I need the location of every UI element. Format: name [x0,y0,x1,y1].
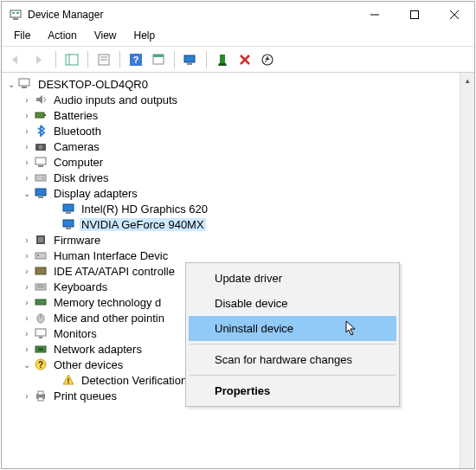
ide-icon [33,264,48,278]
chevron-right-icon[interactable]: › [21,344,33,354]
maximize-button[interactable] [395,2,434,28]
uninstall-button[interactable] [235,49,255,70]
chevron-right-icon[interactable]: › [21,298,33,307]
warning-icon: ! [61,373,76,387]
chevron-right-icon[interactable]: › [21,158,33,167]
chevron-right-icon[interactable]: › [21,329,33,338]
window-title: Device Manager [28,9,355,21]
chevron-right-icon[interactable]: › [21,95,33,105]
svg-rect-29 [35,158,46,164]
chevron-right-icon[interactable]: › [21,313,33,323]
ctx-separator [190,344,396,344]
memory-icon [33,295,48,309]
tree-root[interactable]: ⌄ DESKTOP-OLD4QR0 [2,76,460,92]
svg-rect-50 [35,329,46,336]
computer-icon [17,77,33,91]
titlebar: Device Manager [2,2,474,28]
camera-icon [33,139,48,153]
svg-rect-2 [12,12,15,14]
tree-item-computer[interactable]: ›Computer [2,154,460,170]
ctx-scan-hardware[interactable]: Scan for hardware changes [189,347,396,372]
node-label: Intel(R) HD Graphics 620 [80,203,209,216]
svg-rect-34 [38,196,43,198]
mouse-icon [33,311,48,325]
svg-rect-37 [63,220,74,227]
svg-rect-59 [38,397,43,401]
chevron-right-icon[interactable]: › [21,126,33,136]
chevron-right-icon[interactable]: › [21,235,33,245]
tree-item-bluetooth[interactable]: ›Bluetooth [2,123,460,138]
battery-icon [33,108,48,122]
ctx-properties[interactable]: Properties [189,378,396,403]
node-label: Other devices [52,358,125,371]
toolbar-separator [119,51,120,68]
chevron-right-icon[interactable]: › [21,391,33,401]
chevron-right-icon[interactable]: › [21,251,33,261]
node-label: NVIDIA GeForce 940MX [80,218,206,231]
svg-rect-25 [35,113,44,118]
back-button[interactable] [7,49,28,70]
menu-view[interactable]: View [86,28,125,46]
node-label: Monitors [52,327,99,340]
node-label: Disk drives [52,171,111,184]
monitor-icon [33,326,48,340]
chevron-right-icon[interactable]: › [21,142,33,151]
svg-rect-18 [187,63,192,65]
node-label: Bluetooth [52,125,103,138]
svg-rect-47 [35,299,46,305]
node-label: Memory technology d [52,296,163,309]
cursor-icon [345,320,361,336]
forward-button[interactable] [29,49,50,70]
tree-item-audio[interactable]: ›Audio inputs and outputs [2,92,460,107]
context-menu: Update driver Disable device Uninstall d… [185,262,400,407]
update-driver-button[interactable] [257,49,278,70]
chevron-down-icon[interactable]: ⌄ [5,80,17,89]
scrollbar[interactable]: ▴ [460,73,474,468]
chevron-right-icon[interactable]: › [21,267,33,276]
printer-icon [33,389,48,402]
properties-button[interactable] [93,49,114,70]
ctx-separator [190,375,396,376]
other-icon: ? [33,357,48,371]
tree-item-disk[interactable]: ›Disk drives [2,170,460,185]
close-button[interactable] [434,2,474,28]
action-button[interactable] [148,49,169,70]
tree-item-display[interactable]: ⌄Display adapters [2,185,460,201]
menu-file[interactable]: File [5,28,39,46]
node-label: Firmware [52,234,102,247]
svg-rect-16 [153,55,164,57]
chevron-right-icon[interactable]: › [21,111,33,120]
tree-item-batteries[interactable]: ›Batteries [2,107,460,123]
toolbar-separator [55,51,56,68]
add-legacy-button[interactable] [212,49,233,70]
toolbar-separator [174,51,175,68]
svg-text:!: ! [68,377,70,385]
tree-item-hid[interactable]: ›Human Interface Devic [2,248,460,263]
show-hide-tree-button[interactable] [61,49,82,70]
help-button[interactable]: ? [125,49,146,70]
ctx-update-driver[interactable]: Update driver [189,266,396,291]
ctx-disable-device[interactable]: Disable device [189,291,396,316]
svg-rect-31 [35,175,46,181]
menu-action[interactable]: Action [39,28,85,46]
minimize-button[interactable] [355,2,395,28]
scroll-up-icon[interactable]: ▴ [460,73,474,87]
node-label: DESKTOP-OLD4QR0 [36,78,150,91]
node-label: Detection Verification [80,374,189,387]
menu-help[interactable]: Help [125,28,164,46]
chevron-right-icon[interactable]: › [21,173,33,183]
node-label: Mice and other pointin [52,312,166,325]
node-label: Computer [52,156,105,169]
tree-item-intel-hd[interactable]: ›Intel(R) HD Graphics 620 [2,201,460,216]
tree-item-nvidia[interactable]: ›NVIDIA GeForce 940MX [2,216,460,232]
svg-rect-24 [22,87,27,88]
chevron-down-icon[interactable]: ⌄ [21,189,33,198]
ctx-uninstall-device[interactable]: Uninstall device [189,316,396,341]
chevron-right-icon[interactable]: › [21,282,33,292]
svg-point-28 [39,145,43,150]
tree-item-cameras[interactable]: ›Cameras [2,138,460,154]
tree-item-firmware[interactable]: ›Firmware [2,232,460,248]
scan-hardware-button[interactable] [180,49,201,70]
chevron-down-icon[interactable]: ⌄ [21,360,33,370]
svg-rect-42 [37,254,39,256]
